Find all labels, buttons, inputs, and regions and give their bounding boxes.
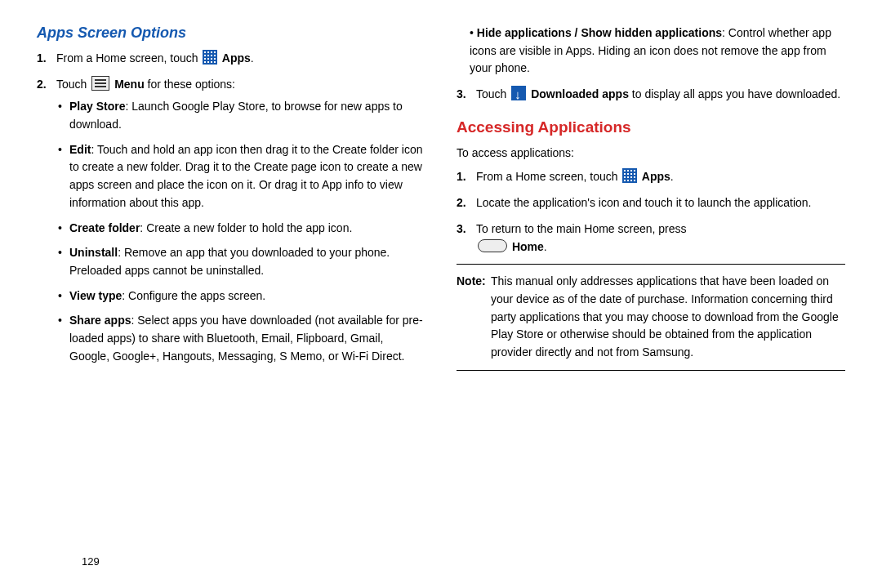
svg-rect-29	[634, 176, 635, 178]
svg-rect-11	[211, 58, 212, 60]
bullet-label: Create folder	[69, 221, 140, 234]
page-number: 129	[82, 555, 100, 568]
acc-step3-b: Home	[509, 240, 544, 253]
svg-rect-6	[207, 55, 209, 56]
acc-step2-text: Locate the application's icon and touch …	[476, 196, 812, 209]
step1-text-c: .	[251, 51, 254, 65]
svg-rect-4	[214, 51, 216, 53]
acc-step-3: 3. To return to the main Home screen, pr…	[476, 220, 845, 256]
bullet-text: : Create a new folder to hold the app ic…	[140, 221, 352, 234]
svg-rect-21	[634, 170, 635, 172]
bullet-view-type: View type: Configure the apps screen.	[69, 287, 425, 305]
svg-rect-30	[624, 180, 626, 181]
bullet-label: Play Store	[69, 100, 125, 113]
right-column: • Hide applications / Show hidden applic…	[457, 24, 845, 379]
svg-rect-17	[622, 168, 637, 183]
note-block: Note: This manual only addresses applica…	[457, 273, 845, 361]
svg-rect-24	[630, 173, 632, 175]
svg-rect-31	[627, 180, 629, 181]
svg-rect-8	[214, 55, 216, 56]
svg-rect-25	[634, 173, 635, 175]
acc-step-2: 2. Locate the application's icon and tou…	[476, 194, 845, 212]
left-column: Apps Screen Options 1. From a Home scree…	[37, 24, 425, 379]
apps-grid-icon	[622, 168, 637, 183]
svg-rect-10	[207, 58, 209, 60]
step3-text-c: to display all apps you have downloaded.	[629, 87, 840, 100]
svg-rect-1	[204, 51, 206, 53]
svg-rect-0	[203, 50, 217, 65]
section-heading-apps-options: Apps Screen Options	[37, 24, 425, 42]
svg-rect-13	[204, 61, 206, 63]
acc-step1-a: From a Home screen, touch	[476, 170, 621, 183]
note-text: This manual only addresses applications …	[491, 274, 839, 359]
step2-text-a: Touch	[56, 78, 90, 91]
separator	[457, 264, 845, 265]
step-2: 2. Touch Menu for these options: Play St…	[56, 76, 425, 366]
step3-text-a: Touch	[476, 87, 510, 100]
step1-text-a: From a Home screen, touch	[56, 51, 201, 65]
bullet-text: : Configure the apps screen.	[122, 289, 265, 302]
acc-step-1: 1. From a Home screen, touch Apps.	[476, 168, 845, 186]
svg-rect-18	[624, 170, 626, 172]
bullet-label: Edit	[69, 143, 91, 156]
svg-rect-12	[214, 58, 216, 60]
svg-rect-20	[630, 170, 632, 172]
step-3: 3. Touch Downloaded apps to display all …	[476, 86, 845, 104]
svg-rect-32	[630, 180, 632, 181]
bullet-uninstall: Uninstall: Remove an app that you downlo…	[69, 244, 425, 279]
bullet-edit: Edit: Touch and hold an app icon then dr…	[69, 141, 425, 212]
svg-rect-22	[624, 173, 626, 175]
svg-rect-2	[207, 51, 209, 53]
svg-rect-16	[214, 61, 216, 63]
acc-step1-b: Apps	[639, 170, 670, 183]
bullet-text: : Touch and hold an app icon then drag i…	[69, 143, 422, 209]
bullet-play-store: Play Store: Launch Google Play Store, to…	[69, 98, 425, 133]
bullet-label: Uninstall	[69, 246, 118, 259]
intro-text: To access applications:	[457, 145, 845, 163]
acc-step3-a: To return to the main Home screen, press	[476, 222, 687, 235]
step3-text-b: Downloaded apps	[528, 87, 629, 100]
home-button-icon	[478, 239, 507, 252]
bullet-create-folder: Create folder: Create a new folder to ho…	[69, 220, 425, 238]
bullet-share-apps: Share apps: Select apps you have downloa…	[69, 312, 425, 365]
svg-rect-5	[204, 55, 206, 56]
svg-rect-28	[630, 176, 632, 178]
svg-rect-26	[624, 176, 626, 178]
note-label: Note:	[457, 273, 486, 291]
svg-rect-23	[627, 173, 629, 175]
step1-text-b: Apps	[219, 51, 250, 65]
step-1: 1. From a Home screen, touch Apps.	[56, 50, 425, 68]
svg-rect-7	[211, 55, 212, 56]
section-heading-accessing: Accessing Applications	[457, 118, 845, 136]
step2-text-c: for these options:	[145, 78, 235, 91]
svg-rect-19	[627, 170, 629, 172]
download-icon	[511, 86, 526, 100]
bullet-label: Share apps	[69, 314, 131, 327]
bullet-text: : Remove an app that you downloaded to y…	[69, 246, 390, 277]
bullet-hide-applications: • Hide applications / Show hidden applic…	[457, 24, 845, 78]
separator	[457, 370, 845, 371]
svg-rect-14	[207, 61, 209, 63]
menu-icon	[91, 76, 109, 91]
acc-step3-c: .	[544, 240, 547, 253]
svg-rect-15	[211, 61, 212, 63]
svg-rect-27	[627, 176, 629, 178]
svg-rect-33	[634, 180, 635, 181]
bullet-label: View type	[69, 289, 122, 302]
acc-step1-c: .	[670, 170, 674, 183]
svg-rect-3	[211, 51, 212, 53]
apps-grid-icon	[203, 50, 217, 65]
bullet-label: Hide applications / Show hidden applicat…	[477, 26, 722, 39]
step2-text-b: Menu	[111, 78, 144, 91]
svg-rect-9	[204, 58, 206, 60]
